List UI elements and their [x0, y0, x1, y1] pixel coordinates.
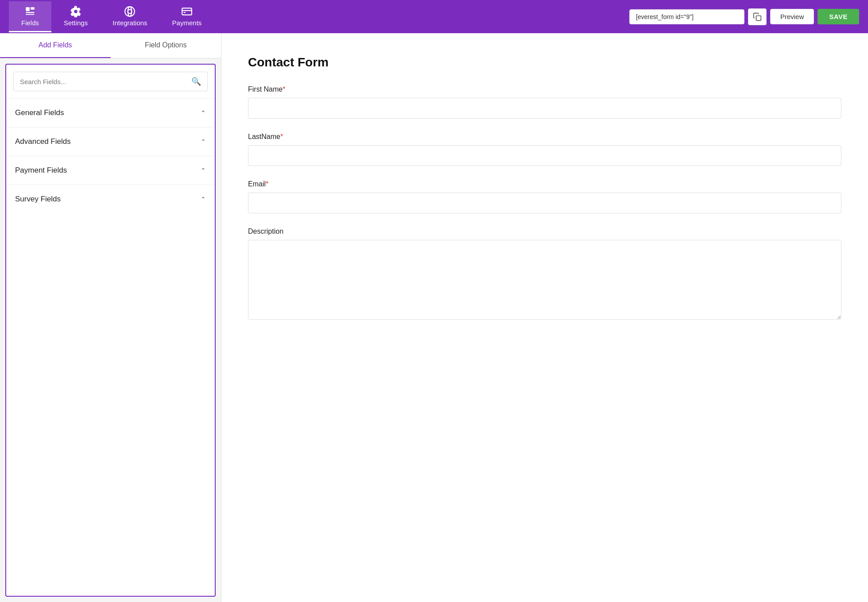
nav-fields[interactable]: Fields [9, 1, 51, 32]
form-area: Contact Form First Name* LastName* Email… [221, 33, 868, 602]
tab-field-options[interactable]: Field Options [111, 33, 221, 58]
nav-payments[interactable]: Payments [160, 1, 214, 32]
field-last-name: LastName* [248, 133, 841, 166]
chevron-up-icon: ⌃ [201, 138, 206, 145]
save-button[interactable]: SAVE [818, 9, 859, 24]
survey-fields-label: Survey Fields [15, 195, 61, 204]
last-name-label: LastName* [248, 133, 841, 141]
search-container: 🔍 [6, 65, 215, 99]
tab-add-fields[interactable]: Add Fields [0, 33, 111, 58]
section-survey-fields[interactable]: Survey Fields ⌃ [6, 185, 215, 213]
chevron-up-icon: ⌃ [201, 167, 206, 174]
required-star: * [266, 180, 268, 188]
search-icon: 🔍 [191, 77, 201, 86]
svg-rect-9 [183, 12, 185, 13]
shortcode-input[interactable] [629, 9, 744, 24]
svg-rect-3 [26, 14, 35, 15]
search-box: 🔍 [13, 72, 208, 91]
nav-payments-label: Payments [172, 19, 202, 27]
email-label: Email* [248, 180, 841, 188]
sidebar: Add Fields Field Options 🔍 General Field… [0, 33, 221, 602]
svg-rect-2 [26, 12, 35, 13]
copy-shortcode-button[interactable] [748, 8, 767, 25]
required-star: * [280, 133, 283, 140]
svg-point-5 [125, 7, 135, 16]
main-layout: Add Fields Field Options 🔍 General Field… [0, 33, 868, 602]
svg-rect-7 [182, 8, 192, 15]
fields-panel: 🔍 General Fields ⌃ Advanced Fields ⌃ Pay… [5, 64, 216, 597]
form-title: Contact Form [248, 55, 841, 69]
payment-fields-label: Payment Fields [15, 166, 67, 175]
chevron-up-icon: ⌃ [201, 196, 206, 203]
search-input[interactable] [20, 78, 191, 85]
nav-fields-label: Fields [21, 19, 39, 27]
preview-button[interactable]: Preview [770, 9, 814, 24]
section-general-fields[interactable]: General Fields ⌃ [6, 99, 215, 127]
section-advanced-fields[interactable]: Advanced Fields ⌃ [6, 127, 215, 156]
description-textarea[interactable] [248, 240, 841, 320]
nav-settings-label: Settings [64, 19, 88, 27]
chevron-up-icon: ⌃ [201, 109, 206, 116]
nav-integrations[interactable]: Integrations [100, 1, 159, 32]
sidebar-tabs: Add Fields Field Options [0, 33, 221, 58]
advanced-fields-label: Advanced Fields [15, 137, 71, 146]
last-name-input[interactable] [248, 145, 841, 166]
nav-settings[interactable]: Settings [51, 1, 100, 32]
nav-integrations-label: Integrations [112, 19, 147, 27]
field-description: Description [248, 228, 841, 321]
required-star: * [283, 85, 285, 93]
first-name-input[interactable] [248, 98, 841, 119]
section-payment-fields[interactable]: Payment Fields ⌃ [6, 156, 215, 185]
general-fields-label: General Fields [15, 108, 64, 117]
field-first-name: First Name* [248, 85, 841, 119]
first-name-label: First Name* [248, 85, 841, 93]
email-input[interactable] [248, 193, 841, 213]
svg-rect-0 [26, 7, 30, 11]
svg-point-4 [128, 9, 132, 13]
top-navigation: Fields Settings Integrations Payments Pr… [0, 0, 868, 33]
description-label: Description [248, 228, 841, 235]
svg-rect-10 [756, 15, 761, 20]
svg-point-6 [128, 7, 132, 16]
field-email: Email* [248, 180, 841, 213]
svg-rect-1 [31, 7, 35, 9]
